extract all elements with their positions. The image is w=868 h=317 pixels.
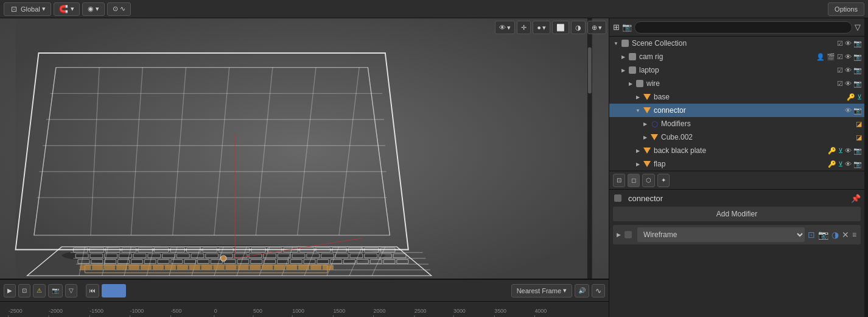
wire-icon	[635, 79, 645, 88]
pin-btn[interactable]: ⊙ ∿	[107, 2, 131, 16]
top-toolbar: ⊡ Global ▾ 🧲 ▾ ◉ ▾ ⊙ ∿ Options	[0, 0, 868, 18]
wire-check[interactable]: ☑	[837, 80, 843, 88]
cam-rig-check[interactable]: ☑	[837, 53, 843, 61]
svg-rect-111	[129, 265, 139, 269]
svg-rect-109	[105, 265, 115, 269]
options-button[interactable]: Options	[828, 2, 864, 16]
add-modifier-btn[interactable]: Add Modifier	[613, 207, 861, 221]
bbp-render[interactable]: 📷	[853, 147, 862, 155]
frame-number-input[interactable]: 153	[102, 284, 126, 297]
svg-rect-126	[310, 265, 321, 269]
wireframe-type-dropdown[interactable]: Wireframe	[637, 227, 805, 242]
mod-delete-btn[interactable]: ✕	[841, 229, 850, 240]
laptop-eye[interactable]: 👁	[845, 66, 852, 74]
proportional-btn[interactable]: ◉ ▾	[82, 2, 105, 16]
prop-obj-btn[interactable]: ◻	[628, 174, 640, 187]
flap-mod-icon[interactable]: ⊻	[838, 160, 843, 168]
properties-topbar: ⊡ ◻ ⬡ ✦	[609, 171, 864, 190]
modifiers-label: Modifiers	[661, 119, 856, 128]
viewport-shading-btn[interactable]: ◑	[571, 21, 586, 34]
visibility-icon[interactable]: ☑	[837, 40, 843, 48]
cam-rig-arrow: ▶	[619, 52, 628, 61]
mod-menu-btn[interactable]: ≡	[852, 229, 857, 240]
viewport-overlay-btn[interactable]: ⊕ ▾	[587, 21, 606, 34]
tree-row-scene-collection[interactable]: ▼ Scene Collection ☑ 👁 📷	[609, 37, 864, 50]
prop-modifier-btn[interactable]: ⬡	[642, 174, 655, 187]
mod-render-btn[interactable]: 📷	[817, 229, 829, 240]
bbp-mod-icon[interactable]: ⊻	[838, 147, 843, 155]
laptop-check[interactable]: ☑	[837, 66, 843, 74]
viewport-canvas[interactable]	[0, 18, 609, 279]
cam-rig-eye[interactable]: 👁	[845, 53, 852, 60]
base-mod-icon[interactable]: ⊻	[857, 93, 862, 101]
prop-particles-btn[interactable]: ✦	[657, 174, 670, 187]
mod-realtime-btn[interactable]: ◑	[831, 229, 839, 240]
tree-row-base[interactable]: ▶ base 🔑 ⊻	[609, 90, 864, 104]
connector-right-icons: 👁 📷	[845, 107, 862, 115]
base-arrow: ▶	[634, 93, 642, 101]
main-area: 👁 ▾ ✛ ● ▾ ⬜ ◑ ⊕ ▾	[0, 18, 868, 317]
keying-btn[interactable]: ⊡	[18, 284, 30, 297]
cam-rig-icon1[interactable]: 👤	[816, 53, 825, 61]
select-mode-btn[interactable]: ▶	[4, 284, 16, 297]
tree-row-cam-rig[interactable]: ▶ cam rig 👤 🎬 ☑ 👁 📷	[609, 50, 864, 63]
warning-btn[interactable]: ⚠	[33, 284, 46, 297]
jump-start-btn[interactable]: ⏮	[86, 284, 99, 297]
pin-icon: ⊙	[113, 5, 118, 13]
shading-icon: ◑	[575, 24, 581, 32]
modifiers-icon-right[interactable]: ◪	[856, 120, 862, 128]
cam-rig-label: cam rig	[639, 52, 816, 61]
flap-right-icons: 🔑 ⊻ 👁 📷	[828, 160, 862, 168]
render-icon-sm[interactable]: 📷	[853, 40, 862, 48]
flap-key-icon[interactable]: 🔑	[828, 160, 836, 168]
outliner-search-input[interactable]	[634, 21, 852, 34]
tree-row-modifiers[interactable]: ▶ ⬡ Modifiers ◪	[609, 117, 864, 130]
connector-eye[interactable]: 👁	[845, 107, 852, 114]
svg-text:-2000: -2000	[49, 308, 63, 314]
cam-rig-icon2[interactable]: 🎬	[827, 53, 835, 61]
cube002-icon[interactable]: ◪	[856, 134, 862, 141]
snap-btn[interactable]: 🧲 ▾	[54, 2, 80, 16]
nearest-frame-btn[interactable]: Nearest Frame ▾	[511, 284, 572, 297]
audio-btn[interactable]: 🔊	[575, 284, 589, 297]
filter-timeline-btn[interactable]: ▽	[65, 284, 77, 297]
viewport-sphere-btn[interactable]: ● ▾	[533, 21, 550, 34]
laptop-render[interactable]: 📷	[853, 66, 862, 74]
laptop-icon	[628, 65, 637, 75]
tree-row-back-black-plate[interactable]: ▶ back black plate 🔑 ⊻ 👁 📷	[609, 144, 864, 157]
bbp-key-icon[interactable]: 🔑	[828, 147, 836, 155]
viewport-cursor-btn[interactable]: ✛	[517, 21, 531, 34]
base-key-icon[interactable]: 🔑	[847, 93, 855, 101]
mode-select-btn[interactable]: ⊡ Global ▾	[4, 2, 51, 16]
tree-row-laptop[interactable]: ▶ laptop ☑ 👁 📷	[609, 63, 864, 77]
connector-arrow: ▼	[634, 106, 642, 115]
camera-toggle-btn[interactable]: 📷	[48, 284, 63, 297]
mod-expand-arrow[interactable]: ▶	[617, 232, 621, 238]
wave-btn[interactable]: ∿	[592, 284, 605, 297]
tree-row-wire[interactable]: ▶ wire ☑ 👁 📷	[609, 77, 864, 90]
mod-edit-btn[interactable]: ⊡	[807, 229, 816, 240]
flap-render[interactable]: 📷	[853, 160, 862, 168]
wire-eye[interactable]: 👁	[845, 80, 852, 87]
svg-rect-107	[80, 265, 91, 269]
viewport-eye-btn[interactable]: 👁 ▾	[495, 21, 515, 34]
svg-text:-2500: -2500	[9, 308, 23, 314]
mode-icon: ⊡	[9, 4, 19, 14]
svg-rect-127	[323, 265, 333, 269]
prop-pin-btn[interactable]: 📌	[851, 194, 861, 203]
bbp-eye[interactable]: 👁	[845, 147, 852, 154]
viewport-mat-btn[interactable]: ⬜	[552, 21, 569, 34]
eye-icon-sm[interactable]: 👁	[845, 40, 852, 47]
prop-scene-btn[interactable]: ⊡	[613, 174, 625, 187]
tree-row-connector[interactable]: ▼ connector 👁 📷	[609, 104, 864, 117]
tree-row-cube002[interactable]: ▶ Cube.002 ◪	[609, 130, 864, 144]
flap-eye[interactable]: 👁	[845, 160, 852, 168]
connector-render[interactable]: 📷	[853, 107, 862, 115]
wire-render[interactable]: 📷	[853, 80, 862, 88]
outliner-filter-btn[interactable]: ▽	[855, 23, 861, 32]
tree-row-flap[interactable]: ▶ flap 🔑 ⊻ 👁 📷	[609, 157, 864, 171]
svg-text:3000: 3000	[453, 308, 466, 314]
outliner-tree[interactable]: ▼ Scene Collection ☑ 👁 📷 ▶ cam rig	[609, 37, 864, 171]
scene-collection-label: Scene Collection	[632, 39, 837, 48]
cam-rig-render[interactable]: 📷	[853, 53, 862, 61]
